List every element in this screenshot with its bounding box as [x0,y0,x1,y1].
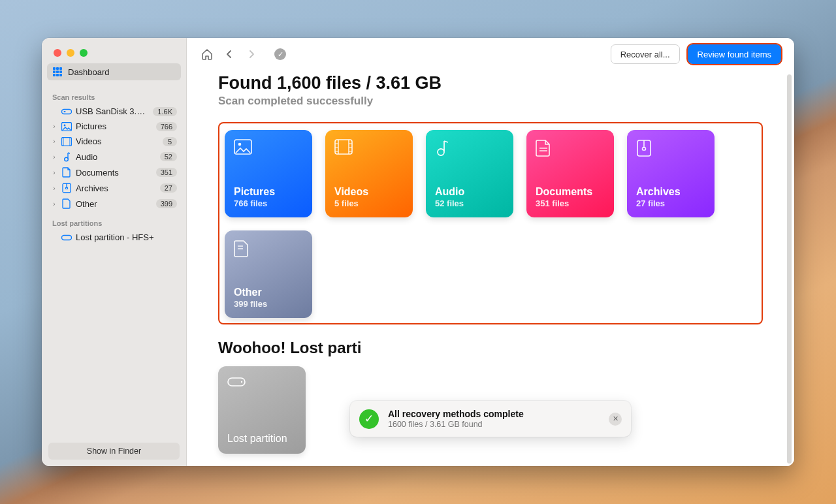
show-in-finder-button[interactable]: Show in Finder [48,443,180,460]
drive-icon [227,375,297,391]
svg-rect-0 [53,67,56,70]
sidebar-device[interactable]: USB SanDisk 3.2… 1.6K [47,104,181,119]
device-label: USB SanDisk 3.2… [76,106,149,116]
svg-rect-14 [63,137,65,146]
card-title: Archives [636,186,705,198]
card-videos[interactable]: Videos5 files [325,130,413,217]
card-pictures[interactable]: Pictures766 files [225,130,312,217]
sidebar-item-label: Documents [76,168,152,178]
fullscreen-window-icon[interactable] [80,49,88,57]
svg-rect-9 [62,109,72,114]
success-check-icon: ✓ [359,409,379,429]
toast-close-icon[interactable]: ✕ [609,413,622,426]
sidebar-item-documents[interactable]: ›Documents351 [47,165,181,180]
card-audio[interactable]: Audio52 files [426,130,513,217]
svg-rect-3 [53,71,56,73]
svg-rect-19 [62,235,72,240]
pictures-icon [234,139,252,157]
close-window-icon[interactable] [54,49,61,57]
sidebar-item-other[interactable]: ›Other399 [47,196,181,212]
lost-partitions-heading: Woohoo! Lost parti [218,339,763,357]
chevron-right-icon: › [51,123,57,130]
sidebar-item-badge: 766 [156,122,177,131]
videos-icon [61,137,72,146]
card-subtitle: 351 files [536,198,605,208]
sidebar-item-badge: 399 [156,199,177,208]
section-scan-results: Scan results [47,86,181,104]
home-icon[interactable] [200,47,214,61]
other-icon [234,240,252,258]
sidebar-item-videos[interactable]: ›Videos5 [47,134,181,149]
svg-rect-5 [59,71,62,73]
lost-partition-label: Lost partition - HFS+ [76,232,177,242]
main-panel: ✓ Recover all... Review found items Foun… [187,38,794,466]
svg-rect-22 [335,140,352,154]
card-subtitle: 766 files [234,198,303,208]
chevron-right-icon: › [51,185,57,192]
svg-rect-2 [59,67,62,70]
dashboard-grid-icon [52,67,63,77]
chevron-right-icon: › [51,138,57,145]
sidebar-item-label: Archives [76,183,156,193]
documents-icon [61,167,72,178]
drive-icon [61,234,72,242]
sidebar: Dashboard Scan results USB SanDisk 3.2… … [42,38,187,466]
svg-point-12 [64,124,66,126]
svg-rect-15 [69,137,71,146]
review-found-items-button[interactable]: Review found items [688,44,781,64]
svg-rect-1 [56,67,59,70]
sidebar-item-badge: 27 [160,183,177,193]
pictures-icon [61,122,72,131]
svg-rect-10 [64,111,66,112]
toast-message: 1600 files / 3.61 GB found [388,420,524,429]
usb-drive-icon [61,108,72,116]
card-subtitle: 5 files [334,198,404,208]
toast-title: All recovery methods complete [388,409,524,419]
card-title: Videos [334,186,404,198]
dashboard-label: Dashboard [68,67,110,77]
status-check-icon: ✓ [273,47,287,61]
lost-partition-card-title: Lost partition [227,433,297,445]
card-subtitle: 399 files [234,299,303,309]
device-badge: 1.6K [153,107,177,116]
svg-rect-6 [53,74,56,76]
videos-icon [334,139,353,157]
card-archives[interactable]: Archives27 files [627,130,715,217]
svg-point-21 [238,143,242,146]
svg-rect-7 [56,74,59,76]
audio-icon [61,151,72,162]
sidebar-item-label: Audio [76,152,156,162]
sidebar-item-label: Other [76,199,152,209]
page-title: Found 1,600 files / 3.61 GB [218,73,763,93]
cards-highlight: Pictures766 filesVideos5 filesAudio52 fi… [218,122,763,324]
scrollbar[interactable] [787,74,792,464]
minimize-window-icon[interactable] [67,49,74,57]
window-controls [42,38,186,57]
chevron-right-icon: › [51,153,57,161]
sidebar-item-label: Pictures [76,121,152,131]
svg-point-40 [241,381,242,383]
documents-icon [536,139,554,157]
section-lost-partitions: Lost partitions [47,212,181,230]
sidebar-item-dashboard[interactable]: Dashboard [47,63,181,80]
lost-partition-card[interactable]: Lost partition [218,366,306,454]
card-documents[interactable]: Documents351 files [526,130,614,217]
card-title: Other [234,287,303,298]
archives-icon [61,183,72,193]
recover-all-button[interactable]: Recover all... [611,44,680,64]
sidebar-item-pictures[interactable]: ›Pictures766 [47,119,181,134]
svg-point-31 [438,149,444,155]
sidebar-item-audio[interactable]: ›Audio52 [47,149,181,165]
sidebar-item-label: Videos [76,136,159,146]
audio-icon [435,139,453,157]
card-other[interactable]: Other399 files [225,230,312,318]
card-subtitle: 52 files [435,198,504,208]
forward-icon [244,47,259,61]
sidebar-lost-partition[interactable]: Lost partition - HFS+ [47,230,181,245]
review-highlight: Review found items [688,44,781,64]
sidebar-item-archives[interactable]: ›Archives27 [47,180,181,196]
chevron-right-icon: › [51,169,57,176]
svg-rect-18 [66,187,68,189]
back-icon[interactable] [222,47,236,61]
card-title: Documents [536,186,605,198]
